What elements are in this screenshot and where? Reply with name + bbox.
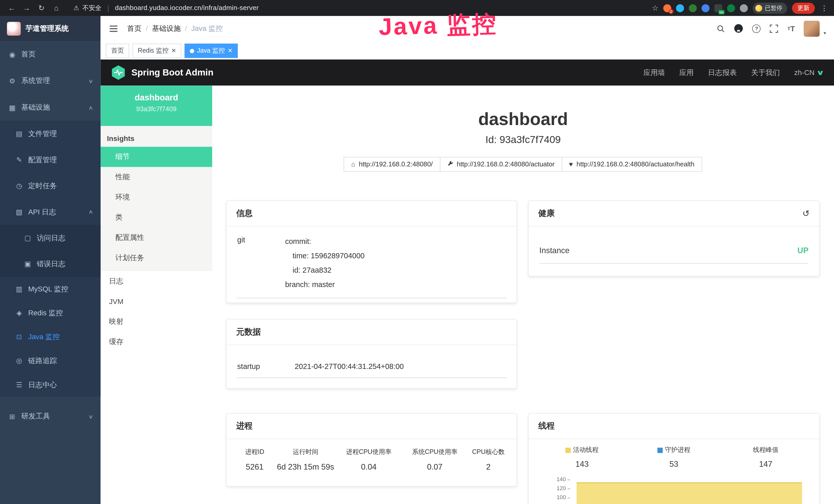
sidebar-item-label: 日志中心	[28, 380, 57, 389]
edit-icon: ✎	[15, 156, 23, 164]
breadcrumb-infra[interactable]: 基础设施	[152, 24, 181, 33]
home-icon[interactable]: ⌂	[50, 4, 63, 12]
sba-nav-about[interactable]: 关于我们	[751, 68, 780, 77]
cell-value: 6d 23h 15m 59s	[275, 462, 336, 471]
browser-menu-icon[interactable]: ⋮	[820, 4, 829, 12]
profile-paused-chip[interactable]: 已暂停	[752, 2, 787, 13]
sidebar-item-config[interactable]: ✎ 配置管理	[0, 147, 101, 173]
extensions-puzzle-icon[interactable]	[740, 4, 748, 12]
font-size-icon[interactable]: TT	[788, 24, 795, 32]
legend-daemon: 守护进程	[628, 445, 720, 455]
card-title: 进程	[236, 420, 253, 432]
sidebar-item-system[interactable]: ⚙ 系统管理 ∨	[0, 68, 101, 94]
chevron-up-icon: ∧	[88, 105, 93, 110]
sidebar-item-dev-tools[interactable]: ⊞ 研发工具 ∨	[0, 403, 101, 430]
sidebar-item-mysql[interactable]: ▥ MySQL 监控	[0, 277, 101, 301]
extension-fox-icon[interactable]: 1	[663, 4, 671, 12]
sidebar-item-job[interactable]: ◷ 定时任务	[0, 173, 101, 199]
cell-value: 0.07	[402, 462, 468, 471]
sba-nav-journal[interactable]: 日志报表	[708, 68, 737, 77]
sidebar-item-redis[interactable]: ◈ Redis 监控	[0, 301, 101, 325]
security-chip[interactable]: ⚠ 不安全	[73, 3, 102, 12]
help-icon[interactable]: ?	[752, 24, 761, 32]
close-icon[interactable]: ✕	[227, 48, 233, 54]
avatar-caret-icon[interactable]: ▾	[824, 30, 826, 37]
link-health[interactable]: ♥ http://192.168.0.2:48080/actuator/heal…	[562, 157, 702, 172]
legend-value: 143	[536, 459, 628, 468]
extension-leaf-icon[interactable]	[727, 4, 735, 12]
sba-nav-wall[interactable]: 应用墙	[643, 68, 665, 77]
insights-list: 细节 性能 环境 类 配置属性 计划任务	[101, 147, 212, 271]
sba-item-jvm[interactable]: JVM	[101, 292, 212, 312]
language-select[interactable]: zh-CN ∨	[794, 69, 824, 76]
sba-item-scheduled[interactable]: 计划任务	[101, 248, 212, 268]
user-avatar[interactable]	[804, 21, 820, 37]
sidebar-item-infra[interactable]: ▦ 基础设施 ∧	[0, 94, 101, 121]
sidebar-item-label: 链路追踪	[28, 356, 57, 365]
tab-redis[interactable]: Redis 监控 ✕	[133, 44, 182, 58]
breadcrumb: 首页 / 基础设施 / Java 监控	[127, 24, 223, 33]
history-refresh-icon[interactable]: ↺	[803, 208, 810, 219]
search-icon[interactable]	[717, 24, 725, 32]
language-label: zh-CN	[794, 69, 814, 76]
sba-item-properties[interactable]: 配置属性	[101, 228, 212, 248]
sidebar-item-trace[interactable]: ◎ 链路追踪	[0, 349, 101, 372]
close-icon[interactable]: ✕	[171, 48, 176, 54]
instance-label: Instance	[540, 246, 569, 255]
address-bar[interactable]: dashboard.yudao.iocoder.cn/infra/admin-s…	[115, 4, 259, 12]
tab-java[interactable]: Java 监控 ✕	[185, 44, 238, 58]
bookmark-star-icon[interactable]: ☆	[652, 4, 659, 12]
instance-id: 93a3fc7f7409	[101, 105, 212, 113]
sba-item-caches[interactable]: 缓存	[101, 332, 212, 352]
sidebar-item-label: 错误日志	[37, 259, 66, 269]
sidebar-item-home[interactable]: ◉ 首页	[0, 41, 101, 68]
divider: |	[107, 4, 109, 12]
app-logo	[7, 22, 21, 36]
extension-switch-icon[interactable]: on	[714, 4, 722, 12]
sba-nav-applications[interactable]: 应用	[679, 68, 694, 77]
sba-item-environment[interactable]: 环境	[101, 187, 212, 207]
tab-label: 首页	[111, 46, 124, 55]
legend-value: 147	[720, 459, 812, 468]
hamburger-icon[interactable]	[108, 23, 118, 33]
log-icon: ▧	[15, 208, 23, 216]
sidebar-item-access-log[interactable]: ▢ 访问日志	[0, 225, 101, 251]
update-button[interactable]: 更新	[792, 2, 815, 13]
status-badge: UP	[797, 246, 808, 255]
tab-home[interactable]: 首页	[106, 44, 129, 58]
trace-icon: ◎	[15, 357, 23, 365]
sba-item-details[interactable]: 细节	[101, 147, 212, 167]
instance-links: ⌂ http://192.168.0.2:48080/ http://192.1…	[212, 157, 834, 172]
extension-drop-icon[interactable]	[676, 4, 684, 12]
health-instance-row[interactable]: Instance UP	[540, 237, 809, 264]
sba-item-mappings[interactable]: 映射	[101, 312, 212, 332]
insights-label: Insights	[101, 126, 212, 147]
link-root[interactable]: ⌂ http://192.168.0.2:48080/	[344, 157, 440, 172]
y-axis-tick: 140	[552, 476, 570, 482]
extension-grid-icon[interactable]	[701, 4, 709, 12]
fullscreen-icon[interactable]	[770, 24, 778, 32]
active-dot	[190, 48, 194, 53]
sba-item-performance[interactable]: 性能	[101, 167, 212, 187]
sba-item-logs[interactable]: 日志	[101, 271, 212, 292]
instance-header[interactable]: dashboard 93a3fc7f7409	[101, 86, 212, 126]
sidebar-item-error-log[interactable]: ▣ 错误日志	[0, 251, 101, 277]
sidebar-item-file[interactable]: ▤ 文件管理	[0, 121, 101, 146]
paused-label: 已暂停	[765, 4, 782, 12]
refresh-icon[interactable]: ↻	[35, 4, 48, 12]
sidebar-item-java[interactable]: ⊡ Java 监控	[0, 325, 101, 349]
sba-item-classes[interactable]: 类	[101, 207, 212, 228]
link-actuator[interactable]: http://192.168.0.2:48080/actuator	[440, 157, 562, 172]
sidebar-item-log-center[interactable]: ☰ 日志中心	[0, 373, 101, 397]
github-icon[interactable]	[734, 24, 743, 33]
forward-icon[interactable]: →	[20, 4, 33, 12]
extension-green-icon[interactable]	[689, 4, 697, 12]
breadcrumb-home[interactable]: 首页	[127, 24, 141, 33]
legend-live: 活动线程	[536, 445, 628, 455]
column-header: 系统CPU使用率	[402, 448, 468, 457]
sidebar-logo-row[interactable]: 芋道管理系统	[0, 16, 101, 41]
back-icon[interactable]: ←	[5, 4, 18, 12]
sba-brand: Spring Boot Admin	[131, 67, 213, 78]
sidebar-item-api-log[interactable]: ▧ API 日志 ∧	[0, 199, 101, 225]
chevron-down-icon: ∨	[816, 69, 825, 76]
